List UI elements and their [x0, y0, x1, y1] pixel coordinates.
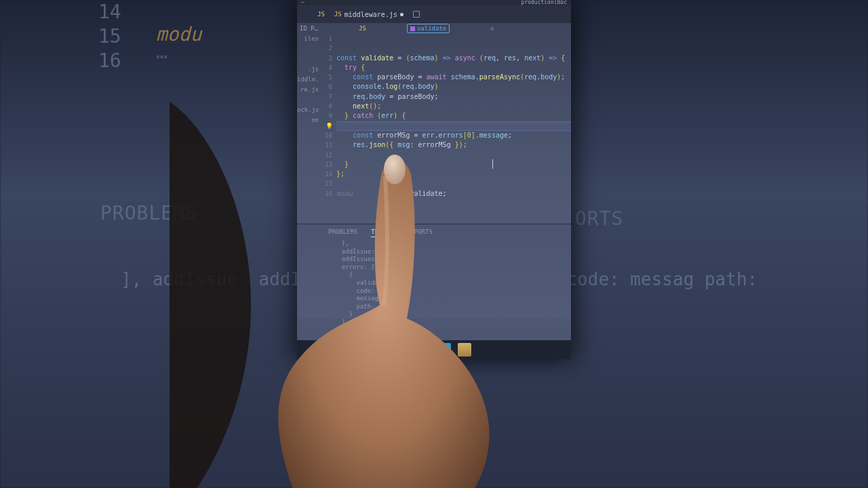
- breadcrumb-gear-icon[interactable]: ✲: [490, 25, 494, 32]
- titlebar-project: production(Bac: [521, 0, 567, 5]
- taskbar-explorer-icon[interactable]: [417, 343, 431, 357]
- tab-language-badge: JS: [317, 11, 325, 18]
- bg-ellipsis: …: [156, 41, 167, 63]
- split-editor-icon[interactable]: [413, 11, 420, 18]
- breadcrumb-symbol-validate[interactable]: validate: [407, 24, 450, 33]
- vscode-window: ⋯ production(Bac JS JS middleware.js ID …: [297, 0, 571, 359]
- breadcrumb[interactable]: ID P… JS validate ✲: [297, 23, 571, 34]
- editor-tabs[interactable]: JS JS middleware.js: [297, 5, 571, 23]
- line-gutter[interactable]: 1 2 3 4 5 6 7 8 9 💡10 11 12 13 14 15 16: [319, 34, 336, 224]
- windows-taskbar[interactable]: [297, 340, 571, 359]
- code-area[interactable]: const validate = (schema) => async (req,…: [336, 34, 571, 224]
- tab-middleware[interactable]: JS middleware.js: [334, 11, 403, 18]
- bg-panel-tab-problems: PROBLEMS: [100, 202, 197, 224]
- editor-body[interactable]: iles .js iddle... re.js ock.json on 1 2 …: [297, 34, 571, 224]
- unsaved-dot-icon: [400, 13, 403, 16]
- panel-tab-ports[interactable]: PORTS: [414, 228, 433, 237]
- file-js-icon: JS: [334, 11, 342, 18]
- text-cursor: [492, 159, 493, 169]
- active-line-highlight: [336, 121, 571, 131]
- panel-tab-problems[interactable]: PROBLEMS: [328, 228, 357, 237]
- breadcrumb-js-icon: JS: [359, 25, 366, 32]
- bg-panel-tab-ports: ORTS: [575, 207, 623, 230]
- bg-gutter: 14 15 16: [98, 0, 121, 73]
- taskbar-edge-icon[interactable]: [437, 343, 451, 357]
- breadcrumb-root[interactable]: ID P…: [300, 25, 318, 32]
- tab-filename: middleware.js: [344, 11, 397, 18]
- terminal-output[interactable]: ], addIssue: addIssues errors: [ { valid…: [297, 240, 571, 327]
- panel-tab-terminal[interactable]: TERMINAL: [371, 228, 400, 237]
- explorer-sidebar[interactable]: iles .js iddle... re.js ock.json on: [297, 34, 319, 224]
- panel-tabs[interactable]: PROBLEMS TERMINAL PORTS: [297, 224, 571, 240]
- bottom-panel[interactable]: PROBLEMS TERMINAL PORTS ], addIssue: add…: [297, 224, 571, 319]
- titlebar: ⋯ production(Bac: [297, 0, 571, 5]
- taskbar-store-icon[interactable]: [458, 343, 471, 357]
- lightbulb-icon[interactable]: 💡: [326, 121, 332, 131]
- taskbar-start-icon[interactable]: [397, 343, 410, 357]
